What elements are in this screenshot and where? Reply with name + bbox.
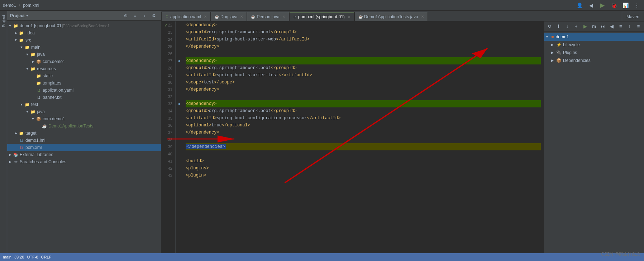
tree-arrow-pom-xml[interactable] [13,145,19,150]
code-line-35[interactable]: <artifactId>spring-boot-configuration-pr… [186,115,541,122]
code-line-27[interactable]: <dependency> [186,57,541,64]
tree-arrow-demo1-iml[interactable] [13,137,19,143]
tab-dog-close[interactable]: ✕ [240,15,243,19]
maven-item-maven-lifecycle[interactable]: ▶⚡Lifecycle [544,41,644,49]
code-line-42[interactable]: <plugins> [186,165,541,172]
tree-arrow-application-yaml[interactable] [30,87,36,93]
code-line-39[interactable]: </dependencies> [186,143,541,150]
tab-pom-xml[interactable]: 🗋 pom.xml (springboot-01) ✕ [289,12,354,21]
tree-arrow-banner-txt[interactable] [30,95,36,100]
tree-item-com-demo1-test[interactable]: ▼📦com.demo1 [7,115,161,122]
maven-run-btn[interactable]: ▶ [581,22,589,31]
tree-arrow-resources[interactable]: ▼ [24,66,30,72]
tree-item-pom-xml[interactable]: 🗋pom.xml [7,144,161,151]
tree-item-java-main[interactable]: ▼📁java [7,51,161,58]
tree-item-demo1-root[interactable]: ▼📁demo1 [springboot-01] E:\Java\SpringBo… [7,22,161,29]
tree-item-src[interactable]: ▼📁src [7,37,161,44]
tab-demo1tests-close[interactable]: ✕ [421,15,424,19]
code-line-40[interactable] [186,150,541,158]
code-line-32[interactable] [186,93,541,100]
tab-yaml-close[interactable]: ✕ [204,15,207,19]
tree-arrow-java-test[interactable]: ▼ [24,109,30,115]
maven-item-maven-deps[interactable]: ▶📦Dependencies [544,57,644,64]
code-line-24[interactable]: <artifactId>spring-boot-starter-web</art… [186,36,541,43]
tree-arrow-com-demo1[interactable]: ▶ [30,59,36,64]
tree-arrow-src[interactable]: ▼ [13,37,19,43]
code-line-37[interactable]: </dependency> [186,129,541,136]
project-collapse-btn[interactable]: ≡ [131,11,139,20]
toolbar-profile-btn[interactable]: 👤 [575,1,584,10]
toolbar-coverage-btn[interactable]: 📊 [621,1,630,10]
tree-arrow-demo1-tests[interactable] [36,123,42,129]
tree-item-com-demo1[interactable]: ▶📦com.demo1 [7,58,161,65]
code-line-34[interactable]: <groupId>org.springframework.boot</group… [186,107,541,115]
code-line-41[interactable]: <build> [186,158,541,165]
tab-pom-close[interactable]: ✕ [348,15,350,19]
code-line-25[interactable]: </dependency> [186,43,541,50]
code-line-36[interactable]: <optional>true</optional> [186,122,541,129]
tree-arrow-scratches[interactable]: ▶ [7,159,13,165]
tree-item-external-libs[interactable]: ▶📚External Libraries [7,151,161,158]
tree-item-java-test[interactable]: ▼📁java [7,108,161,115]
tree-item-resources[interactable]: ▼📁resources [7,65,161,72]
tree-arrow-external-libs[interactable]: ▶ [7,152,13,158]
maven-skip-btn[interactable]: ⏭ [599,22,607,31]
tree-arrow-templates[interactable] [30,80,36,86]
tree-item-idea[interactable]: ▶📁.idea [7,29,161,37]
code-line-30[interactable]: <scope>test</scope> [186,79,541,86]
tab-demo1-tests[interactable]: ☕ Demo1ApplicationTests.java ✕ [354,12,428,21]
maven-download-btn[interactable]: ⬇ [554,22,563,31]
code-line-38[interactable] [186,136,541,143]
toolbar-run-btn[interactable]: ▶ [598,1,607,10]
maven-tab[interactable]: Maven [622,12,644,21]
maven-item-maven-plugins[interactable]: ▶🔌Plugins [544,49,644,57]
code-line-33[interactable]: <dependency> [186,100,541,107]
maven-sort-btn[interactable]: ↑ [625,22,634,31]
maven-m-btn[interactable]: m [590,22,598,31]
code-content[interactable]: <dependency> <groupId>org.springframewor… [183,21,544,253]
maven-refresh-btn[interactable]: ↻ [545,22,554,31]
tree-item-static[interactable]: 📁static [7,72,161,79]
project-sort-btn[interactable]: ↕ [140,11,149,20]
tab-application-yaml[interactable]: 🗋 application.yaml ✕ [161,12,211,21]
tree-item-banner-txt[interactable]: 🗋banner.txt [7,94,161,101]
tab-dog-java[interactable]: ☕ Dog.java ✕ [211,12,247,21]
project-label[interactable]: Project [1,14,6,29]
tree-arrow-target[interactable]: ▶ [13,130,19,136]
tree-item-scratches[interactable]: ▶✏Scratches and Consoles [7,158,161,165]
tree-item-main[interactable]: ▼📁main [7,44,161,51]
tree-item-application-yaml[interactable]: 🗋application.yaml [7,87,161,94]
maven-collapse-btn[interactable]: ◀ [608,22,616,31]
maven-add-btn[interactable]: + [572,22,580,31]
code-line-31[interactable]: </dependency> [186,86,541,93]
tab-person-close[interactable]: ✕ [282,15,285,19]
tree-arrow-demo1-root[interactable]: ▼ [7,23,13,29]
toolbar-debug-btn[interactable]: 🐞 [610,1,618,10]
toolbar-more-btn[interactable]: ⋮ [633,1,641,10]
maven-download-sources-btn[interactable]: ↓ [563,22,572,31]
code-line-28[interactable]: <groupId>org.springframework.boot</group… [186,64,541,72]
maven-settings-btn[interactable]: ≡ [617,22,625,31]
code-line-22[interactable]: <dependency> [186,21,541,29]
project-sync-btn[interactable]: ⊕ [121,11,130,20]
project-dropdown-arrow[interactable]: ▾ [26,13,28,18]
project-settings-btn[interactable]: ⚙ [149,11,158,20]
tree-arrow-com-demo1-test[interactable]: ▼ [30,116,36,122]
tree-arrow-main[interactable]: ▼ [19,44,24,50]
maven-more-btn[interactable]: ≡ [634,22,643,31]
tree-item-demo1-tests[interactable]: ☕Demo1ApplicationTests [7,122,161,130]
tree-item-target[interactable]: ▶📁target [7,130,161,137]
toolbar-back-btn[interactable]: ◀ [587,1,595,10]
tree-arrow-idea[interactable]: ▶ [13,30,19,36]
tree-arrow-java-main[interactable]: ▼ [24,52,30,57]
tree-arrow-test[interactable]: ▼ [19,102,24,107]
code-line-43[interactable]: <plugin> [186,172,541,179]
code-line-29[interactable]: <artifactId>spring-boot-starter-test</ar… [186,72,541,79]
tab-person-java[interactable]: ☕ Person.java ✕ [247,12,289,21]
code-line-26[interactable] [186,50,541,57]
code-line-23[interactable]: <groupId>org.springframework.boot</group… [186,29,541,36]
maven-item-maven-demo1[interactable]: ▼mdemo1 [544,33,644,41]
tree-item-demo1-iml[interactable]: 🗋demo1.iml [7,137,161,144]
tree-item-templates[interactable]: 📁templates [7,79,161,87]
tree-arrow-static[interactable] [30,73,36,79]
